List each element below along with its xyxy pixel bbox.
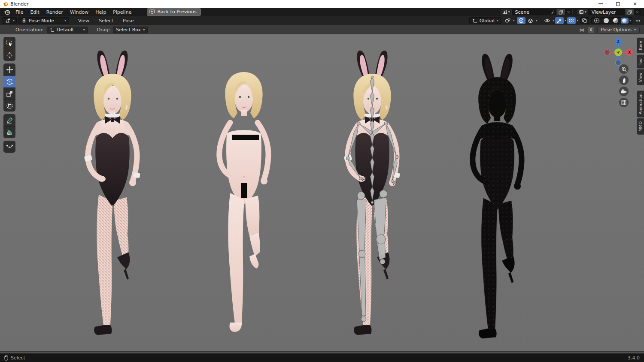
- restore-button[interactable]: [615, 1, 621, 7]
- pan-button[interactable]: [619, 75, 629, 85]
- viewlayer-browse-button[interactable]: ▾: [577, 9, 588, 15]
- blender-menu-logo-icon[interactable]: [3, 9, 10, 15]
- viewport-model-bunny-suit-textured[interactable]: [70, 50, 155, 337]
- viewport-nav-buttons: [619, 64, 629, 107]
- menu-edit[interactable]: Edit: [27, 9, 43, 16]
- tool-transform[interactable]: [3, 100, 15, 112]
- show-hide-button[interactable]: [543, 17, 552, 24]
- sidebar-tab-mmd[interactable]: MMD: [637, 118, 644, 135]
- tool-scale[interactable]: [3, 87, 15, 100]
- pivot-cube-icon: [528, 18, 533, 24]
- menu-window[interactable]: Window: [67, 9, 92, 16]
- pose-mode-icon: [21, 18, 27, 23]
- tool-pose-breakdowner[interactable]: [3, 141, 15, 153]
- sidebar-tab-tool[interactable]: Tool: [637, 54, 644, 68]
- mirror-x-button[interactable]: X: [588, 27, 594, 33]
- snap-toggle-button[interactable]: [504, 17, 512, 24]
- new-viewlayer-button[interactable]: [625, 9, 634, 15]
- remove-viewlayer-button[interactable]: ×: [634, 9, 641, 15]
- x-axis-mirror-icon[interactable]: ⋈: [580, 27, 585, 33]
- menu-pipeline[interactable]: Pipeline: [109, 9, 135, 16]
- expand-header-icon[interactable]: ↔: [635, 18, 641, 24]
- menu-file[interactable]: File: [12, 9, 27, 16]
- proportional-edit-button[interactable]: [517, 17, 526, 24]
- gizmos-chevron[interactable]: ▾: [565, 19, 566, 22]
- tool-measure[interactable]: [3, 126, 15, 138]
- viewport-menu-select[interactable]: Select: [95, 17, 117, 24]
- viewport-model-base-body-censored[interactable]: [201, 48, 287, 335]
- menu-render[interactable]: Render: [43, 9, 67, 16]
- pin-icon: [550, 10, 555, 14]
- drag-label: Drag:: [97, 27, 110, 33]
- back-to-previous-button[interactable]: Back to Previous: [147, 8, 200, 16]
- hand-icon: [621, 78, 627, 83]
- tool-select-box[interactable]: [3, 37, 15, 49]
- viewport-model-with-armature[interactable]: [329, 50, 415, 337]
- tool-cursor[interactable]: [3, 49, 15, 61]
- tool-settings-bar: Orientation: Default ▾ Drag: Select Box …: [0, 25, 644, 34]
- pivot-point-button[interactable]: [526, 17, 535, 24]
- drag-mode-dropdown[interactable]: Select Box ▾: [113, 27, 148, 33]
- xray-toggle-button[interactable]: [580, 17, 589, 24]
- orthographic-toggle-button[interactable]: [619, 98, 629, 107]
- duplicate-icon: [627, 10, 632, 15]
- measure-icon: [6, 129, 13, 136]
- menu-help[interactable]: Help: [92, 9, 109, 16]
- viewport-3d[interactable]: Z X -Y: [0, 34, 644, 351]
- sidebar-tab-item[interactable]: Item: [637, 38, 644, 53]
- sidebar-tab-animation[interactable]: Animation: [637, 90, 644, 117]
- camera-view-button[interactable]: [619, 87, 629, 96]
- shading-options-chevron[interactable]: ▾: [629, 19, 631, 22]
- scene-selector: ▾ Scene ×: [501, 9, 573, 15]
- overlays-icon: [568, 18, 574, 23]
- minimize-button[interactable]: [598, 1, 604, 7]
- overlays-toggle-button[interactable]: [567, 17, 576, 24]
- armature-bones[interactable]: [346, 76, 398, 322]
- viewport-menu-pose[interactable]: Pose: [119, 17, 137, 24]
- zoom-button[interactable]: [619, 64, 629, 74]
- scene-browse-button[interactable]: ▾: [501, 9, 512, 15]
- navigation-gizmo[interactable]: Z X -Y: [603, 36, 634, 67]
- viewport-header: ▾ Pose Mode ▾ View Select Pose Global ▾: [0, 16, 644, 25]
- mode-label: Pose Mode: [29, 18, 54, 24]
- rendered-shading-button[interactable]: [621, 18, 629, 24]
- editor-type-button[interactable]: ▾: [3, 17, 17, 24]
- 3d-cursor-icon: [6, 51, 13, 59]
- proportional-edit-icon: [518, 18, 524, 24]
- gizmos-toggle-button[interactable]: [555, 17, 564, 24]
- solid-shading-button[interactable]: [602, 17, 611, 24]
- unlink-scene-button[interactable]: ×: [565, 9, 572, 15]
- sidebar-tab-strip: Item Tool View Animation MMD: [637, 38, 644, 136]
- viewlayer-name[interactable]: ViewLayer: [588, 9, 625, 15]
- mode-dropdown[interactable]: Pose Mode ▾: [18, 17, 69, 24]
- tool-annotate[interactable]: [3, 114, 15, 126]
- move-icon: [6, 66, 13, 73]
- viewport-model-wireframe[interactable]: [454, 53, 540, 341]
- pose-options-label: Pose Options: [601, 27, 632, 33]
- zoom-icon: [621, 66, 627, 72]
- orientation-value: Global: [480, 18, 495, 24]
- scene-name[interactable]: Scene: [512, 9, 549, 15]
- snap-options-chevron[interactable]: ▾: [513, 19, 515, 22]
- orientation-axes-icon: [472, 18, 477, 23]
- svg-text:Z: Z: [617, 40, 620, 44]
- viewport-menu-view[interactable]: View: [74, 17, 93, 24]
- sidebar-tab-view[interactable]: View: [637, 69, 644, 85]
- pose-options-dropdown[interactable]: Pose Options ▾: [597, 27, 640, 33]
- overlays-chevron[interactable]: ▾: [577, 19, 578, 22]
- censor-bar-chest: [232, 135, 259, 140]
- new-scene-button[interactable]: [556, 9, 565, 15]
- transform-orientation-dropdown[interactable]: Global ▾: [469, 17, 501, 24]
- close-button[interactable]: ×: [632, 1, 638, 7]
- tool-rotate[interactable]: [3, 75, 15, 87]
- wireframe-shading-button[interactable]: [592, 17, 601, 24]
- top-menu-bar: File Edit Render Window Help Pipeline Ba…: [0, 8, 644, 16]
- gizmo-axis-negx[interactable]: [605, 50, 610, 55]
- tool-move[interactable]: [3, 63, 15, 75]
- orientation-default-dropdown[interactable]: Default ▾: [47, 27, 88, 33]
- annotate-pen-icon: [6, 117, 13, 124]
- pivot-options-chevron[interactable]: ▾: [536, 19, 538, 22]
- visibility-chevron[interactable]: ▾: [553, 19, 554, 22]
- material-preview-shading-button[interactable]: [611, 17, 620, 24]
- pin-scene-button[interactable]: [549, 9, 556, 15]
